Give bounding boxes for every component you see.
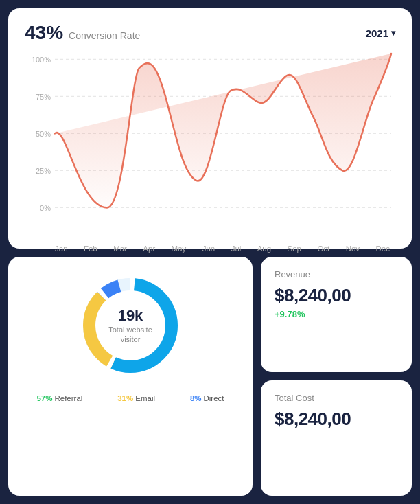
donut-value: 19k (108, 307, 152, 325)
referral-label: Referral (54, 394, 82, 402)
x-label-apr: Apr (143, 244, 155, 253)
revenue-value: $8,240,00 (275, 285, 398, 306)
x-label-nov: Nov (346, 244, 360, 253)
x-label-aug: Aug (257, 244, 271, 253)
x-label-mar: Mar (113, 244, 127, 253)
revenue-label: Revenue (275, 269, 398, 279)
svg-text:50%: 50% (36, 129, 51, 137)
x-label-feb: Feb (84, 244, 97, 253)
legend-direct: 8% Direct (190, 394, 224, 402)
donut-card: 19k Total websitevisitor 57% Referral 31… (8, 257, 253, 496)
svg-text:0%: 0% (40, 203, 51, 211)
revenue-card: Revenue $8,240,00 +9.78% (261, 257, 412, 372)
svg-text:100%: 100% (32, 55, 51, 63)
svg-text:75%: 75% (36, 92, 51, 100)
donut-legend: 57% Referral 31% Email 8% Direct (19, 394, 242, 402)
legend-email: 31% Email (117, 394, 155, 402)
total-cost-label: Total Cost (275, 393, 398, 403)
total-cost-card: Total Cost $8,240,00 (261, 380, 412, 496)
x-label-sep: Sep (288, 244, 301, 253)
chart-svg: 100% 75% 50% 25% 0% (25, 52, 395, 238)
x-axis-labels: Jan Feb Mar Apr May Jun Jul Aug Sep Oct … (25, 240, 395, 253)
x-label-jul: Jul (231, 244, 242, 253)
year-value: 2021 (366, 27, 388, 39)
conversion-label: Conversion Rate (69, 30, 140, 41)
revenue-change: +9.78% (275, 309, 398, 319)
direct-label: Direct (204, 394, 224, 402)
email-pct: 31% (117, 394, 133, 402)
legend-referral: 57% Referral (36, 394, 82, 402)
direct-pct: 8% (190, 394, 202, 402)
card-header: 43% Conversion Rate 2021 ▾ (25, 22, 395, 44)
right-cards: Revenue $8,240,00 +9.78% Total Cost $8,2… (261, 257, 412, 496)
x-label-oct: Oct (317, 244, 329, 253)
x-label-jan: Jan (55, 244, 68, 253)
svg-text:25%: 25% (36, 166, 51, 174)
total-cost-value: $8,240,00 (275, 409, 398, 430)
donut-center: 19k Total websitevisitor (108, 307, 152, 345)
donut-chart: 19k Total websitevisitor (75, 271, 185, 380)
bottom-row: 19k Total websitevisitor 57% Referral 31… (8, 257, 412, 496)
line-chart: 100% 75% 50% 25% 0% Jan Feb Mar Apr May … (25, 52, 395, 238)
x-label-jun: Jun (202, 244, 215, 253)
x-label-dec: Dec (375, 244, 389, 253)
year-selector[interactable]: 2021 ▾ (366, 27, 395, 39)
email-label: Email (135, 394, 155, 402)
conversion-left: 43% Conversion Rate (25, 22, 140, 44)
referral-pct: 57% (36, 394, 52, 402)
donut-description: Total websitevisitor (108, 325, 152, 345)
chevron-down-icon: ▾ (391, 28, 395, 38)
conversion-percent: 43% (25, 22, 63, 44)
x-label-may: May (172, 244, 187, 253)
conversion-rate-card: 43% Conversion Rate 2021 ▾ 100% 75% 50% … (8, 8, 412, 249)
